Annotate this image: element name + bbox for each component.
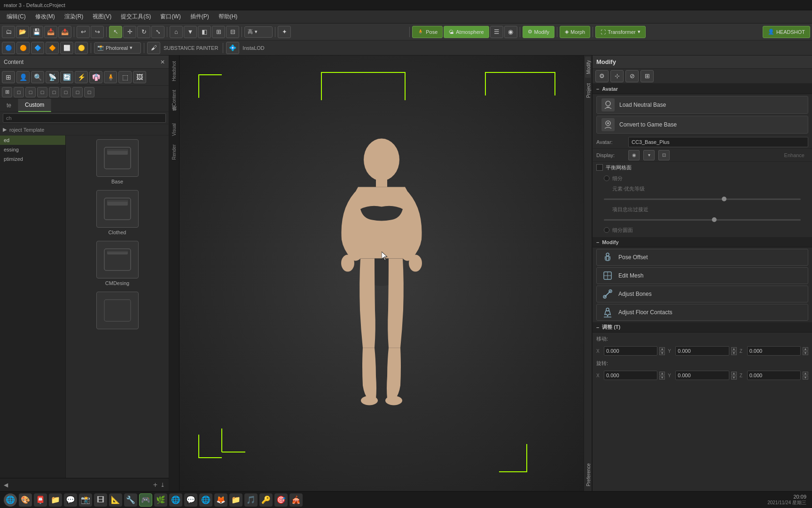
content-icon4[interactable]: 📡 (46, 71, 59, 83)
taskbar-chat[interactable]: 💬 (64, 493, 77, 507)
rot-x-input[interactable]: 0.000 (604, 371, 657, 380)
content-thumb-base[interactable] (96, 139, 139, 177)
move-button[interactable]: ✛ (123, 26, 136, 38)
menu-help[interactable]: 帮助(H) (215, 12, 242, 22)
sun-button[interactable]: ✦ (278, 26, 291, 38)
rt-icon4[interactable]: ⊞ (640, 70, 654, 82)
taskbar-green[interactable]: 🌿 (154, 493, 167, 507)
sub-icon6[interactable]: □ (61, 87, 71, 97)
sub-icon8[interactable]: □ (84, 87, 94, 97)
radio3[interactable] (604, 227, 609, 233)
modify-button[interactable]: ⚙ Modify (523, 26, 554, 38)
save-button[interactable]: 💾 (30, 26, 43, 38)
menu-window[interactable]: 窗口(W) (156, 12, 184, 22)
rt-icon1[interactable]: ⚙ (595, 70, 609, 82)
slider2-track[interactable] (604, 219, 801, 221)
side-tab-scene[interactable]: 场景 (170, 111, 179, 119)
content-icon9[interactable]: ⬚ (118, 71, 132, 83)
sub-icon5[interactable]: □ (49, 87, 59, 97)
collapse-icon[interactable]: – (596, 86, 599, 92)
scale-button[interactable]: ⤡ (151, 26, 164, 38)
taskbar-folder[interactable]: 📁 (49, 493, 62, 507)
move-x-down[interactable]: ▼ (659, 351, 665, 355)
content-thumb-clothed[interactable] (96, 190, 139, 228)
move-x-up[interactable]: ▲ (659, 347, 665, 351)
side-tab-headshot[interactable]: Headshot (170, 57, 178, 85)
taskbar-draw[interactable]: 📐 (109, 493, 122, 507)
taskbar-web3[interactable]: 🌐 (199, 493, 212, 507)
content-icon8[interactable]: 🧍 (104, 71, 117, 83)
taskbar-firefox[interactable]: 🦊 (214, 493, 227, 507)
content-icon5[interactable]: 🔄 (60, 71, 73, 83)
search-input[interactable] (3, 113, 166, 123)
light-button[interactable]: ⊞ (212, 26, 225, 38)
viewport[interactable] (180, 56, 584, 491)
houdini-icon-btn[interactable]: 🟡 (75, 42, 88, 54)
close-icon[interactable]: ✕ (160, 59, 165, 65)
avatar-field-value[interactable]: CC3_Base_Plus (628, 137, 808, 147)
tab-custom[interactable]: Custom (18, 99, 51, 112)
sub-icon7[interactable]: □ (72, 87, 83, 97)
undo-button[interactable]: ↩ (77, 26, 90, 38)
atmosphere-button[interactable]: 🌤 Atmosphere (444, 26, 489, 38)
content-thumb-extra[interactable] (96, 292, 139, 329)
vtab-project[interactable]: Project (585, 79, 591, 102)
import-small-icon[interactable]: ⤓ (160, 482, 165, 488)
new-button[interactable]: 🗂 (2, 26, 15, 38)
proj-item-1[interactable]: ed (0, 135, 65, 145)
blender-icon-btn[interactable]: 🔵 (2, 42, 15, 54)
menu-modify[interactable]: 修改(M) (31, 12, 59, 22)
frame-button[interactable]: ▼ (184, 26, 197, 38)
add-icon[interactable]: + (153, 481, 157, 489)
maya-icon-btn[interactable]: 🔷 (31, 42, 44, 54)
vtab-preference[interactable]: Preference (585, 460, 591, 490)
left-nav-back[interactable]: ◀ (4, 482, 8, 488)
display-btn2[interactable]: ▾ (643, 150, 655, 160)
menu-view[interactable]: 视图(V) (89, 12, 115, 22)
adjust-bones-btn[interactable]: Adjust Bones (596, 286, 808, 302)
slider2-thumb[interactable] (712, 217, 717, 222)
rot-x-arrows[interactable]: ▲ ▼ (659, 372, 665, 380)
taskbar-files[interactable]: 📁 (229, 493, 242, 507)
side-tab-content[interactable]: Content (170, 86, 178, 110)
ue-icon-btn[interactable]: 🔶 (46, 42, 59, 54)
menu-edit[interactable]: 编辑(C) (3, 12, 30, 22)
move-z-up[interactable]: ▲ (803, 347, 808, 351)
slider1-thumb[interactable] (722, 197, 726, 201)
rot-z-input[interactable]: 0.000 (747, 371, 801, 380)
move-y-arrows[interactable]: ▲ ▼ (731, 347, 737, 355)
rot-x-down[interactable]: ▼ (659, 376, 665, 380)
rot-y-input[interactable]: 0.000 (675, 371, 729, 380)
taskbar-music[interactable]: 🎵 (244, 493, 258, 507)
move-x-arrows[interactable]: ▲ ▼ (659, 347, 665, 355)
sub-icon4[interactable]: □ (37, 87, 47, 97)
taskbar-extra[interactable]: 🎪 (289, 493, 303, 507)
display-btn1[interactable]: ◉ (628, 150, 640, 160)
display-btn3[interactable]: ⊡ (658, 150, 670, 160)
vtab-modify[interactable]: Modify (585, 56, 591, 78)
taskbar-photo[interactable]: 📸 (79, 493, 92, 507)
rotate-button[interactable]: ↻ (137, 26, 150, 38)
proj-item-2[interactable]: essing (0, 145, 65, 154)
move-z-down[interactable]: ▼ (803, 351, 808, 355)
instalod-btn[interactable]: 💠 (226, 42, 239, 54)
photoreal-dropdown[interactable]: 📸 Photoreal ▾ (94, 42, 141, 54)
content-icon1[interactable]: ⊞ (2, 71, 15, 83)
rt-icon3[interactable]: ⊘ (625, 70, 639, 82)
transform-collapse-icon[interactable]: – (596, 325, 599, 330)
move-z-arrows[interactable]: ▲ ▼ (803, 347, 808, 355)
substance-painter-btn[interactable]: 🖌 (147, 42, 160, 54)
transformer-button[interactable]: ⛶ Transformer ▾ (595, 26, 646, 38)
home-button[interactable]: ⌂ (170, 26, 183, 38)
content-icon3[interactable]: 🔍 (31, 71, 44, 83)
move-z-input[interactable]: 0.000 (747, 346, 801, 356)
side-tab-render[interactable]: Render (170, 141, 178, 164)
edit-mesh-btn[interactable]: Edit Mesh (596, 267, 808, 284)
headshot-button[interactable]: 👤 HEADSHOT (763, 26, 810, 38)
taskbar-tool[interactable]: 🔧 (124, 493, 137, 507)
taskbar-chat2[interactable]: 💬 (184, 493, 197, 507)
menu-plugin[interactable]: 插件(P) (187, 12, 213, 22)
modify-collapse-icon[interactable]: – (596, 239, 599, 245)
rot-x-up[interactable]: ▲ (659, 372, 665, 375)
quality-dropdown[interactable]: 高 ▾ (244, 26, 273, 38)
